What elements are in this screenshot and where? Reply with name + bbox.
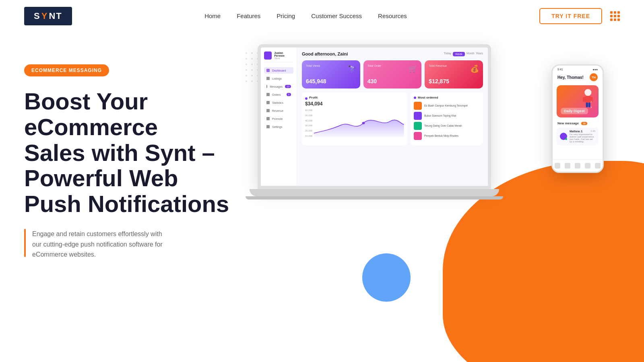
hero-section: ECOMMERCE MESSAGING Boost Your eCommerce… [0, 32, 644, 362]
nav-resources[interactable]: Resources [378, 12, 407, 19]
nav-pricing[interactable]: Pricing [277, 12, 295, 19]
sidebar-avatar [264, 51, 272, 60]
phone: 9:41 ●●● Hey, Thomas! TH [551, 64, 604, 173]
phone-time: 9:41 [557, 68, 563, 71]
phone-message-item[interactable]: Mathew J. 2:45 I'm very impressed to del… [557, 128, 599, 145]
cart-icon: 🛒 [409, 64, 417, 73]
laptop-base-bottom [246, 196, 503, 200]
revenue-icon [266, 109, 270, 112]
svg-rect-5 [586, 103, 588, 107]
profit-dot [305, 97, 308, 100]
sidebar-item-dashboard[interactable]: Dashboard [264, 67, 293, 74]
phone-nav-home[interactable] [555, 163, 560, 169]
card-orders-value: 430 [367, 78, 418, 84]
most-ordered-dot [414, 97, 416, 99]
nav-features[interactable]: Features [237, 12, 260, 19]
item-text-3: Terung Daing Over Cabai Merah [424, 124, 462, 128]
phone-mockup: 9:41 ●●● Hey, Thomas! TH [551, 64, 604, 173]
sidebar-item-statistics[interactable]: Statistics [264, 99, 293, 106]
phone-banner: › › Daily Digest [557, 85, 599, 117]
logo[interactable]: SYNT [24, 7, 72, 25]
dashboard-main: Good afternoon, Zaini Today Week Month Y… [297, 47, 488, 186]
item-text-4: Pempek Bentuk Mirip Risoles [424, 134, 458, 138]
nav-customer-success[interactable]: Customer Success [311, 12, 362, 19]
listings-icon [266, 77, 270, 80]
laptop-screen: Jualan Permen Store Dashboard Listings [258, 44, 491, 189]
stat-card-orders: Total Order 🛒 430 [363, 60, 422, 88]
hero-right: Jualan Permen Store Dashboard Listings [233, 40, 620, 362]
message-preview: I'm very impressed to deliver well exper… [570, 133, 595, 143]
item-thumb-3 [414, 122, 422, 130]
item-thumb-1 [414, 102, 422, 110]
hero-divider [24, 229, 26, 257]
phone-nav-emoji[interactable] [565, 163, 570, 169]
hero-left: ECOMMERCE MESSAGING Boost Your eCommerce… [24, 40, 233, 362]
time-tab-group: Today Week Month Years [444, 52, 483, 56]
card-revenue-label: Total Revenue [429, 64, 447, 67]
messages-badge: 12 [285, 85, 291, 88]
card-views-label: Total Views [306, 64, 320, 67]
tab-week[interactable]: Week [453, 52, 465, 56]
sidebar-item-promote[interactable]: Promote [264, 115, 293, 122]
dashboard-icon [266, 69, 270, 72]
phone-signal: ●●● [592, 68, 598, 71]
hero-description-wrap: Engage and retain customers effortlessly… [24, 229, 233, 260]
svg-rect-6 [588, 103, 590, 107]
svg-rect-3 [583, 97, 586, 102]
sidebar-item-messages[interactable]: Messages 12 [264, 83, 293, 90]
dashboard: Jualan Permen Store Dashboard Listings [261, 47, 488, 186]
sidebar-user-sub: Store [274, 57, 293, 60]
nav-home[interactable]: Home [204, 12, 221, 19]
sidebar-item-listings[interactable]: Listings [264, 75, 293, 82]
list-item: Es Buah Campur Kembung Terompet [414, 102, 480, 110]
profit-chart: Profit $34,094 60,000 50,000 40,000 30,0… [302, 93, 407, 145]
dashboard-sidebar: Jualan Permen Store Dashboard Listings [261, 47, 297, 186]
tab-month[interactable]: Month [466, 52, 474, 56]
svg-text:›: › [590, 99, 592, 104]
list-item: Terung Daing Over Cabai Merah [414, 122, 480, 130]
arrow-decorations: › › [590, 97, 597, 109]
grid-icon[interactable] [610, 11, 620, 21]
phone-nav-more[interactable] [595, 163, 601, 169]
try-free-button[interactable]: TRY IT FREE [539, 8, 602, 24]
most-ordered-title: Most ordered [414, 96, 480, 99]
stat-cards: Total Views 🔭 645,948 Total Order 🛒 [302, 60, 483, 88]
item-thumb-4 [414, 132, 422, 140]
dashboard-greeting: Good afternoon, Zaini [302, 51, 348, 56]
nav-links: Home Features Pricing Customer Success R… [204, 12, 407, 20]
svg-text:›: › [590, 105, 592, 109]
settings-icon [266, 125, 270, 128]
phone-nav-send[interactable] [585, 163, 590, 169]
message-badge: 32 [581, 122, 587, 125]
phone-header: Hey, Thomas! TH [553, 72, 603, 83]
bottom-panels: Profit $34,094 60,000 50,000 40,000 30,0… [302, 93, 483, 145]
contact-name: Mathew J. [570, 130, 583, 133]
phone-nav-heart[interactable] [575, 163, 580, 169]
sidebar-item-settings[interactable]: Settings [264, 123, 293, 130]
hero-badge: ECOMMERCE MESSAGING [24, 64, 109, 76]
tab-years[interactable]: Years [476, 52, 483, 56]
most-ordered-panel: Most ordered Es Buah Campur Kembung Tero… [411, 93, 483, 145]
phone-bottom-nav [553, 159, 603, 172]
item-text-1: Es Buah Campur Kembung Terompet [424, 104, 468, 107]
hero-title: Boost Your eCommerce Sales with Synt – P… [24, 88, 233, 217]
laptop-mockup: Jualan Permen Store Dashboard Listings [258, 44, 503, 200]
sidebar-item-revenue[interactable]: Revenue [264, 107, 293, 114]
phone-status-bar: 9:41 ●●● [553, 66, 603, 72]
chart-amount: $34,094 [305, 101, 404, 107]
coins-icon: 💰 [470, 64, 479, 73]
tab-today[interactable]: Today [444, 52, 451, 56]
sidebar-item-orders[interactable]: Orders 5 [264, 91, 293, 98]
card-views-value: 645,948 [306, 78, 356, 84]
phone-greeting: Hey, Thomas! [557, 75, 584, 80]
new-message-label: New message 32 [557, 121, 587, 125]
message-time: 2:45 [590, 130, 595, 133]
list-item: Pempek Bentuk Mirip Risoles [414, 132, 480, 140]
card-revenue-value: $12,875 [429, 78, 479, 84]
chart-svg [314, 109, 404, 137]
messages-icon [266, 85, 267, 88]
svg-rect-2 [585, 96, 591, 103]
sidebar-user-name: Jualan Permen [274, 51, 293, 57]
online-indicator [565, 138, 567, 140]
sidebar-header: Jualan Permen Store [264, 51, 293, 62]
